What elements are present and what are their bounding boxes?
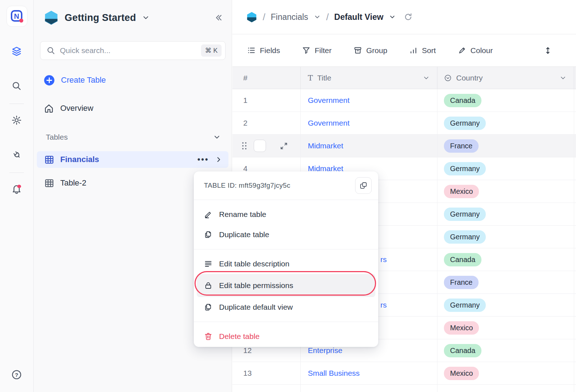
financials-table-label: Financials xyxy=(60,155,99,164)
chevron-down-icon[interactable] xyxy=(314,13,321,21)
title-cell[interactable]: Government xyxy=(300,112,437,134)
menu-item-edit-table-description[interactable]: Edit table description xyxy=(194,254,378,274)
chevron-right-icon[interactable] xyxy=(215,156,223,164)
drag-handle-icon[interactable] xyxy=(240,141,248,151)
country-pill[interactable]: Canada xyxy=(444,344,481,357)
row-number-cell: 2 xyxy=(232,112,300,134)
country-pill[interactable]: Germany xyxy=(444,299,486,312)
notifications-bell-icon[interactable] xyxy=(11,183,22,195)
column-header-title[interactable]: T Title xyxy=(300,67,437,89)
sidebar-item-overview[interactable]: Overview xyxy=(44,100,222,116)
country-pill[interactable]: France xyxy=(444,276,479,289)
menu-item-rename-table[interactable]: Rename table xyxy=(194,204,378,225)
title-link[interactable]: Government xyxy=(308,96,350,105)
country-cell[interactable]: France xyxy=(437,271,574,293)
breadcrumb-table[interactable]: Financials xyxy=(271,12,308,22)
integrations-plug-icon[interactable] xyxy=(11,149,22,160)
row-checkbox[interactable] xyxy=(254,140,266,152)
workspace-title[interactable]: Getting Started xyxy=(65,12,136,23)
title-link[interactable]: Government xyxy=(308,119,350,127)
copy-table-id-button[interactable] xyxy=(355,177,372,194)
base-logo-icon[interactable] xyxy=(246,12,257,23)
row-number: 2 xyxy=(243,119,248,127)
help-icon[interactable]: ? xyxy=(11,369,22,380)
country-cell[interactable]: Germany xyxy=(437,157,574,180)
row-filler-cell xyxy=(574,203,576,225)
collapse-sidebar-button[interactable] xyxy=(214,13,223,22)
sort-button[interactable]: Sort xyxy=(409,46,436,55)
description-lines-icon xyxy=(204,260,213,268)
menu-item-duplicate-table[interactable]: Duplicate table xyxy=(194,225,378,245)
row-height-button[interactable] xyxy=(544,34,552,67)
menu-item-delete-table[interactable]: Delete table xyxy=(194,326,378,347)
title-cell[interactable]: Government xyxy=(300,89,437,112)
table-context-menu: TABLE ID: mft59g3fg7jcy5c Rename table D… xyxy=(194,171,378,347)
country-cell[interactable]: Germany xyxy=(437,294,574,316)
colour-label: Colour xyxy=(471,46,493,55)
title-link[interactable]: Small Business xyxy=(308,369,360,378)
copy-icon xyxy=(359,181,368,190)
country-pill[interactable]: Germany xyxy=(444,117,486,130)
lock-icon xyxy=(204,281,213,290)
chevron-down-icon[interactable] xyxy=(559,74,567,82)
title-cell[interactable]: Midmarket xyxy=(300,135,437,157)
row-number: 1 xyxy=(243,96,248,105)
refresh-icon[interactable] xyxy=(403,12,413,22)
country-pill[interactable]: Germany xyxy=(444,230,486,244)
row-number-cell xyxy=(232,135,300,157)
table-row-partial xyxy=(232,385,576,392)
table-2-label: Table-2 xyxy=(60,178,86,188)
country-cell[interactable]: France xyxy=(437,135,574,157)
chevron-down-icon[interactable] xyxy=(142,14,150,22)
country-cell[interactable]: Germany xyxy=(437,112,574,134)
quick-search-input[interactable] xyxy=(60,46,197,55)
single-select-field-icon xyxy=(444,74,452,82)
expand-row-icon[interactable] xyxy=(279,141,288,151)
row-filler-cell xyxy=(574,248,576,271)
title-link[interactable]: Midmarket xyxy=(308,141,343,150)
duplicate-icon xyxy=(204,303,213,312)
country-pill[interactable]: Mexico xyxy=(444,367,479,380)
country-pill[interactable]: Canada xyxy=(444,253,481,266)
country-cell[interactable]: Mexico xyxy=(437,317,574,339)
row-filler-cell xyxy=(574,294,576,316)
quick-search-box[interactable]: ⌘ K xyxy=(40,41,226,60)
settings-gear-icon[interactable] xyxy=(11,114,22,126)
country-pill[interactable]: Mexico xyxy=(444,321,479,335)
group-button[interactable]: Group xyxy=(353,46,387,55)
menu-item-duplicate-default-view[interactable]: Duplicate default view xyxy=(194,297,378,317)
country-pill[interactable]: Germany xyxy=(444,208,486,221)
filter-button[interactable]: Filter xyxy=(302,46,332,55)
country-pill[interactable]: Canada xyxy=(444,94,481,107)
country-cell[interactable]: Germany xyxy=(437,226,574,248)
row-filler-cell xyxy=(574,112,576,134)
country-cell[interactable]: Germany xyxy=(437,203,574,225)
create-table-button[interactable]: Create Table xyxy=(44,72,222,88)
country-pill[interactable]: France xyxy=(444,139,479,153)
country-cell[interactable]: Mexico xyxy=(437,362,574,384)
view-toolbar: Fields Filter Group Sort C xyxy=(232,34,576,67)
country-cell[interactable]: Canada xyxy=(437,89,574,112)
chevron-down-icon[interactable] xyxy=(389,13,396,21)
chevron-down-icon[interactable] xyxy=(423,74,430,82)
tables-section-header[interactable]: Tables xyxy=(46,130,221,144)
country-cell[interactable]: Canada xyxy=(437,339,574,362)
menu-item-edit-table-permissions[interactable]: Edit table permissions xyxy=(197,274,375,297)
search-icon[interactable] xyxy=(11,80,22,92)
sidebar-item-financials[interactable]: Financials ••• xyxy=(37,151,228,168)
title-cell[interactable]: Small Business xyxy=(300,362,437,384)
country-pill[interactable]: Germany xyxy=(444,162,486,175)
colour-button[interactable]: Colour xyxy=(458,46,493,55)
fields-button[interactable]: Fields xyxy=(247,46,280,55)
breadcrumb-view[interactable]: Default View xyxy=(334,12,383,22)
country-cell[interactable]: Mexico xyxy=(437,180,574,202)
country-pill[interactable]: Mexico xyxy=(444,185,479,198)
app-logo[interactable]: N xyxy=(6,6,27,27)
column-header-country[interactable]: Country xyxy=(437,67,574,89)
country-cell[interactable]: Canada xyxy=(437,248,574,271)
table-options-button[interactable]: ••• xyxy=(197,155,209,164)
filter-label: Filter xyxy=(315,46,332,55)
bases-icon[interactable] xyxy=(11,46,22,57)
grid-header-filler xyxy=(574,67,576,89)
table-icon xyxy=(44,154,54,165)
